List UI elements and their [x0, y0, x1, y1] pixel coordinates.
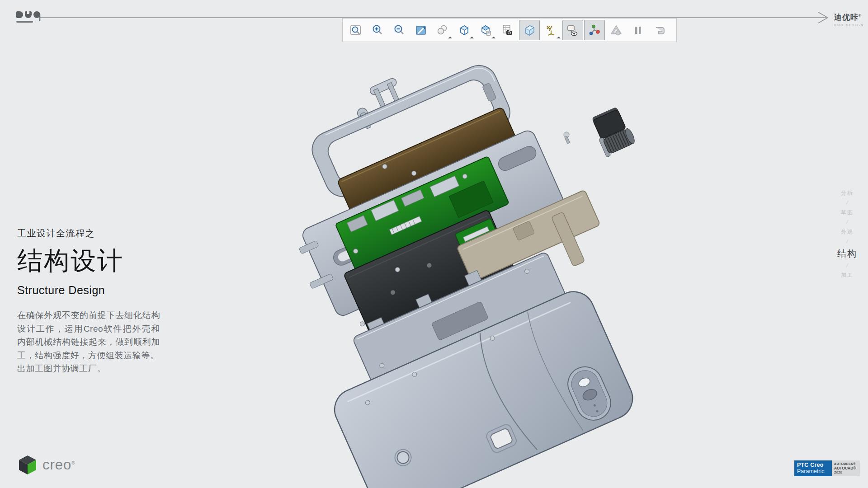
- zoomin-icon: [371, 24, 384, 37]
- duo-logo-o-glyph: [33, 11, 40, 18]
- autocad-badge-line2: AUTOCAD®: [834, 466, 858, 470]
- duo-logo-d-glyph: [16, 11, 23, 18]
- view-manager-button[interactable]: [497, 20, 518, 40]
- repaint-icon: [415, 24, 427, 37]
- autocad-badge: AUTODESK® AUTOCAD® 2020: [832, 460, 860, 476]
- datum-icon: [545, 24, 557, 37]
- nav-separator: /: [832, 263, 863, 268]
- screen-clip-button: [649, 20, 670, 40]
- appearances-button[interactable]: [432, 20, 453, 40]
- ptc-badge-line2: Parametric: [797, 468, 829, 474]
- process-step-nav: 分析/草图/外观/结构/加工: [832, 190, 863, 278]
- refit-view-button[interactable]: [345, 20, 366, 40]
- page-title: 结构设计: [17, 244, 160, 278]
- refit-icon: [349, 24, 362, 37]
- nav-item-2[interactable]: 草图: [832, 209, 863, 216]
- creo-logo: creo®: [18, 455, 75, 475]
- page-subtitle: Structure Design: [17, 284, 160, 297]
- graphics-toolbar: [342, 18, 677, 42]
- savedviews-icon: [480, 24, 492, 37]
- nav-item-1[interactable]: 分析: [832, 190, 863, 196]
- annotation-icon: [566, 24, 579, 37]
- intro-eyebrow: 工业设计全流程之: [17, 227, 160, 239]
- appearances-icon: [436, 24, 449, 37]
- zoomout-icon: [393, 24, 406, 37]
- display-style-button[interactable]: [454, 20, 475, 40]
- simulation-button: [606, 20, 627, 40]
- saved-views-button[interactable]: [476, 20, 496, 40]
- viewmgr-icon: [501, 24, 514, 37]
- zoom-out-button[interactable]: [389, 20, 410, 40]
- creo-registered-mark: ®: [71, 460, 75, 465]
- simtriangle-icon: [610, 24, 623, 37]
- brand-right-logo: 迪优咔® DUO DESIGN: [834, 12, 864, 27]
- nav-item-4[interactable]: 结构: [832, 248, 863, 259]
- detached-screw: [564, 132, 570, 144]
- nav-separator: /: [832, 200, 863, 205]
- perspective-icon: [523, 24, 536, 37]
- annotation-display-button[interactable]: [562, 20, 583, 40]
- pause-icon: [632, 24, 644, 37]
- intro-block: 工业设计全流程之 结构设计 Structure Design 在确保外观不变的前…: [17, 227, 160, 375]
- duo-logo-underline: [16, 21, 33, 23]
- ptc-badge-line1: PTC Creo: [797, 462, 829, 468]
- ptc-creo-badge: PTC Creo Parametric: [794, 460, 832, 476]
- perspective-view-button[interactable]: [519, 20, 540, 40]
- nav-item-3[interactable]: 外观: [832, 229, 863, 235]
- autocad-badge-line1: AUTODESK®: [834, 462, 858, 466]
- nav-separator: /: [832, 239, 863, 244]
- clip-icon: [653, 24, 666, 37]
- duo-logo: [16, 11, 40, 23]
- brand-right-name: 迪优咔: [834, 13, 859, 22]
- spin-center-button[interactable]: [584, 20, 605, 40]
- zoom-in-button[interactable]: [367, 20, 388, 40]
- intro-paragraph-1: 在确保外观不变的前提下去细化结构设计工作，运用Creo软件把外壳和内部机械结构链…: [17, 309, 160, 362]
- duo-logo-u-glyph: [25, 11, 32, 18]
- creo-wordmark: creo: [42, 457, 71, 473]
- brand-right-tagline: DUO DESIGN: [834, 23, 864, 27]
- dispstyle-icon: [458, 24, 471, 37]
- nav-separator: /: [832, 220, 863, 225]
- registered-mark: ®: [859, 14, 862, 18]
- autocad-badge-line3: 2020: [834, 470, 858, 475]
- datum-display-button[interactable]: [541, 20, 561, 40]
- repaint-button[interactable]: [410, 20, 431, 40]
- intro-paragraph-2: 出加工图并协调工厂。: [17, 362, 160, 375]
- software-badges: PTC Creo Parametric AUTODESK® AUTOCAD® 2…: [794, 460, 860, 476]
- creo-cube-icon: [18, 455, 37, 475]
- pause-button: [627, 20, 648, 40]
- spincenter-icon: [588, 24, 601, 37]
- nav-item-5[interactable]: 加工: [832, 272, 863, 278]
